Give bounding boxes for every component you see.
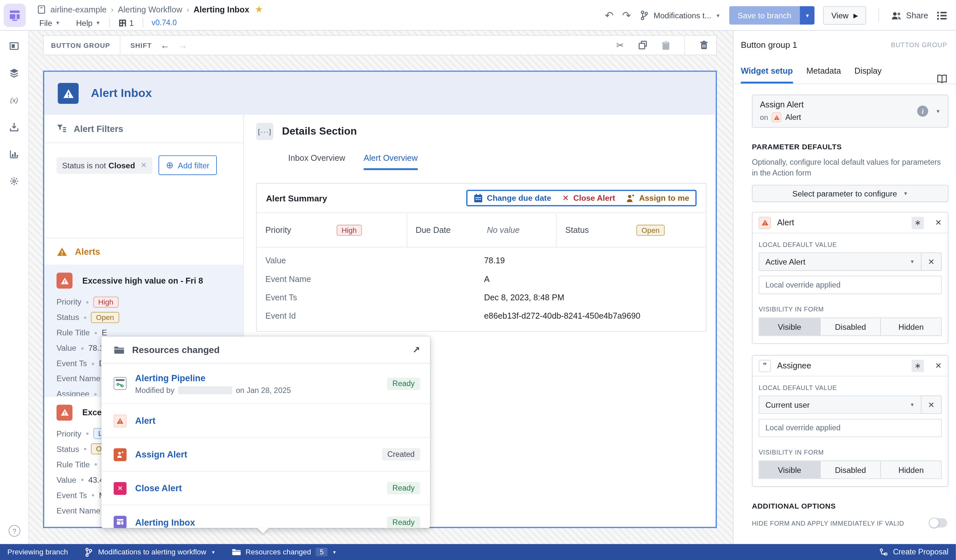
save-to-branch-button[interactable]: Save to branch ▼ xyxy=(729,6,814,25)
select-parameter-dropdown[interactable]: Select parameter to configure▼ xyxy=(752,185,948,202)
default-value-select[interactable]: Active Alert▼ xyxy=(759,253,921,271)
remove-parameter-icon[interactable]: ✕ xyxy=(935,361,942,370)
string-param-icon: ” xyxy=(759,359,771,372)
summary-row: Event Ide86eb13f-d272-40db-8241-450e4b7a… xyxy=(257,306,706,325)
parameter-name: Alert xyxy=(777,218,906,227)
delete-icon[interactable] xyxy=(698,40,709,50)
parameter-defaults-heading: PARAMETER DEFAULTS xyxy=(752,143,948,151)
change-due-date-button[interactable]: Change due date xyxy=(473,193,551,203)
resource-row[interactable]: Alert xyxy=(101,404,430,438)
visibility-disabled[interactable]: Disabled xyxy=(820,318,881,335)
summary-due-date: Due Date No value xyxy=(407,213,556,247)
duplicate-icon[interactable] xyxy=(638,40,648,50)
widget-type-label: BUTTON GROUP xyxy=(51,42,110,49)
visibility-visible[interactable]: Visible xyxy=(759,318,820,335)
resource-row[interactable]: Assign Alert Created xyxy=(101,438,430,472)
default-asterisk-button[interactable]: ∗ xyxy=(912,359,924,372)
parameter-card-alert: Alert ∗ ✕ LOCAL DEFAULT VALUE Active Ale… xyxy=(752,212,948,344)
import-icon[interactable] xyxy=(9,121,19,132)
tab-alert-overview[interactable]: Alert Overview xyxy=(364,154,418,170)
breadcrumb-project[interactable]: airline-example xyxy=(50,5,107,14)
help-menu[interactable]: Help▼ xyxy=(76,18,100,27)
assign-to-me-button[interactable]: Assign to me xyxy=(626,193,689,203)
alerts-title: Alerts xyxy=(75,246,100,256)
layers-icon[interactable] xyxy=(9,67,19,78)
branch-selector[interactable]: Modifications t... ▼ xyxy=(640,11,720,20)
add-filter-button[interactable]: ⊕ Add filter xyxy=(159,155,217,175)
docs-book-icon[interactable] xyxy=(937,74,947,83)
branch-menu[interactable]: Modifications to alerting workflow ▼ xyxy=(84,547,215,557)
resource-row[interactable]: ✕ Close Alert Ready xyxy=(101,472,430,505)
tab-metadata[interactable]: Metadata xyxy=(806,66,841,84)
default-value-select[interactable]: Current user▼ xyxy=(759,395,921,414)
resource-link[interactable]: Alert xyxy=(135,416,156,425)
menu-bar: File▼ Help▼ 1 v0.74.0 xyxy=(39,18,177,28)
chevron-down-icon[interactable]: ▼ xyxy=(936,108,940,114)
app-logo[interactable] xyxy=(0,0,29,31)
action-selector-card[interactable]: Assign Alert on Alert i ▼ xyxy=(752,95,948,128)
branch-icon xyxy=(640,11,649,20)
hide-form-toggle[interactable] xyxy=(929,518,947,527)
default-asterisk-button[interactable]: ∗ xyxy=(912,216,924,229)
close-alert-button[interactable]: ✕ Close Alert xyxy=(562,193,615,203)
remove-filter-icon[interactable]: ✕ xyxy=(140,161,147,169)
pages-icon[interactable] xyxy=(9,41,19,51)
tab-inbox-overview[interactable]: Inbox Overview xyxy=(288,154,345,170)
visibility-hidden[interactable]: Hidden xyxy=(881,318,941,335)
filter-chip[interactable]: Status is not Closed ✕ xyxy=(57,157,153,174)
info-icon[interactable]: i xyxy=(917,106,928,117)
summary-row: Event NameA xyxy=(257,270,706,288)
visibility-label: VISIBILITY IN FORM xyxy=(759,305,942,313)
remove-parameter-icon[interactable]: ✕ xyxy=(935,218,942,227)
redo-icon[interactable]: ↷ xyxy=(622,9,631,22)
summary-row: Event TsDec 8, 2023, 8:48 PM xyxy=(257,288,706,306)
tab-widget-setup[interactable]: Widget setup xyxy=(741,66,793,84)
favorite-star-icon[interactable]: ★ xyxy=(255,4,263,15)
visibility-hidden[interactable]: Hidden xyxy=(881,461,941,478)
visibility-visible[interactable]: Visible xyxy=(759,461,820,478)
outline-list-icon[interactable] xyxy=(937,11,947,20)
settings-gear-icon[interactable] xyxy=(9,176,19,186)
shift-label: SHIFT xyxy=(131,42,152,49)
editor-canvas: BUTTON GROUP SHIFT ← → ✂ xyxy=(29,31,733,544)
resources-changed-menu[interactable]: Resources changed 5 ▼ xyxy=(231,548,336,556)
module-count[interactable]: 1 xyxy=(118,18,134,27)
resource-row[interactable]: Alerting Inbox Ready xyxy=(101,505,430,528)
share-button[interactable]: Share xyxy=(892,11,928,20)
shift-left-icon[interactable]: ← xyxy=(160,40,169,50)
alert-card-icon xyxy=(57,273,73,289)
undo-icon[interactable]: ↶ xyxy=(605,9,614,22)
alert-card-title: Excessive high value on - Fri 8 xyxy=(82,276,203,285)
breadcrumb-folder[interactable]: Alerting Workflow xyxy=(118,5,182,14)
resource-link[interactable]: Assign Alert xyxy=(135,450,187,460)
variables-icon[interactable]: (x) xyxy=(9,95,19,105)
resource-row[interactable]: Alerting Pipeline Modified by on Jan 28,… xyxy=(101,364,430,404)
clear-value-button[interactable]: ✕ xyxy=(921,253,942,271)
popup-caret xyxy=(257,527,269,534)
cut-icon[interactable]: ✂ xyxy=(615,40,626,50)
summary-status: Status Open xyxy=(556,213,706,247)
alerting-inbox-icon xyxy=(114,516,126,528)
version-label[interactable]: v0.74.0 xyxy=(152,18,177,27)
file-menu[interactable]: File▼ xyxy=(39,18,60,27)
tab-display[interactable]: Display xyxy=(854,66,882,84)
save-dropdown-caret[interactable]: ▼ xyxy=(800,6,815,25)
selected-widget-type: BUTTON GROUP xyxy=(891,41,947,49)
top-actions: ↶ ↷ Modifications t... ▼ Save to branch … xyxy=(605,0,947,31)
visibility-disabled[interactable]: Disabled xyxy=(820,461,881,478)
resource-link[interactable]: Alerting Pipeline xyxy=(135,373,206,383)
resource-link[interactable]: Alerting Inbox xyxy=(135,518,195,527)
open-external-icon[interactable]: ↗ xyxy=(412,344,420,355)
paste-icon[interactable] xyxy=(660,40,671,50)
shift-right-icon[interactable]: → xyxy=(178,40,187,50)
status-pill: Open xyxy=(637,224,664,235)
filter-chip-row: Status is not Closed ✕ ⊕ Add filter xyxy=(44,143,244,187)
workshop-icon xyxy=(8,9,20,22)
chart-icon[interactable] xyxy=(9,149,19,159)
view-button[interactable]: View ▶ xyxy=(823,6,866,25)
resource-link[interactable]: Close Alert xyxy=(135,483,182,493)
help-icon[interactable]: ? xyxy=(8,525,20,537)
create-proposal-button[interactable]: Create Proposal xyxy=(879,548,948,556)
clear-value-button[interactable]: ✕ xyxy=(921,395,942,414)
breadcrumb-current[interactable]: Alerting Inbox xyxy=(193,5,249,14)
